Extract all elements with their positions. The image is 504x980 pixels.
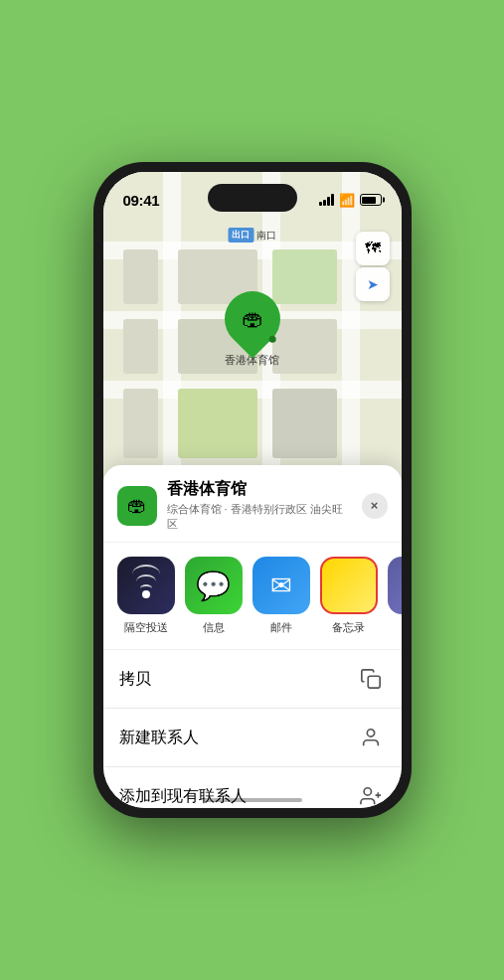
venue-pin-icon: 🏟 — [242, 306, 263, 332]
more-icon-wrap — [388, 557, 402, 614]
add-contact-label: 添加到现有联系人 — [119, 786, 247, 807]
mail-label: 邮件 — [270, 620, 292, 635]
airdrop-icon-wrap — [117, 557, 175, 614]
copy-icon — [356, 664, 386, 694]
svg-point-1 — [367, 730, 374, 736]
message-share-item[interactable]: 💬 信息 — [185, 557, 243, 635]
message-icon-wrap: 💬 — [185, 557, 243, 614]
battery-icon — [360, 194, 382, 206]
venue-subtitle: 综合体育馆 · 香港特别行政区 油尖旺区 — [167, 502, 352, 532]
home-indicator — [203, 798, 302, 802]
person-icon — [356, 723, 386, 752]
dynamic-island — [208, 184, 297, 212]
wifi-icon: 📶 — [339, 193, 355, 208]
venue-name: 香港体育馆 — [167, 479, 352, 500]
mail-share-item[interactable]: ✉ 邮件 — [252, 557, 310, 635]
action-list: 拷贝 新建联系人 — [103, 650, 402, 808]
svg-point-2 — [364, 788, 371, 795]
map-controls: 🗺 ➤ — [356, 232, 390, 301]
notes-share-item[interactable]: 备忘录 — [320, 557, 378, 635]
location-arrow-icon: ➤ — [367, 276, 379, 292]
new-contact-label: 新建联系人 — [119, 728, 199, 748]
copy-action[interactable]: 拷贝 — [103, 650, 402, 709]
more-share-item[interactable]: 提 — [388, 557, 402, 635]
notes-label: 备忘录 — [332, 620, 365, 635]
exit-name: 南口 — [256, 229, 276, 243]
mail-icon-wrap: ✉ — [252, 557, 310, 614]
exit-tag: 出口 — [228, 228, 253, 243]
location-pin: 🏟 香港体育馆 — [225, 291, 280, 368]
map-area[interactable]: 出口 南口 🗺 ➤ 🏟 香港体育馆 — [103, 172, 402, 490]
person-add-icon — [356, 781, 386, 808]
signal-bars-icon — [319, 194, 334, 206]
pin-circle: 🏟 — [213, 279, 291, 358]
status-icons: 📶 — [319, 193, 382, 208]
map-icon: 🗺 — [365, 240, 381, 257]
share-row: 隔空投送 💬 信息 ✉ 邮件 — [103, 543, 402, 650]
phone-frame: 09:41 📶 — [93, 162, 412, 818]
notes-icon-wrap — [320, 557, 378, 614]
message-label: 信息 — [203, 620, 225, 635]
mail-icon: ✉ — [270, 571, 292, 601]
new-contact-action[interactable]: 新建联系人 — [103, 709, 402, 767]
venue-info: 香港体育馆 综合体育馆 · 香港特别行政区 油尖旺区 — [167, 479, 352, 532]
notes-icon — [341, 566, 357, 605]
map-type-button[interactable]: 🗺 — [356, 232, 390, 265]
airdrop-icon — [131, 571, 161, 600]
location-button[interactable]: ➤ — [356, 267, 390, 301]
status-time: 09:41 — [123, 192, 160, 209]
svg-rect-0 — [368, 676, 380, 688]
bottom-sheet: 🏟 香港体育馆 综合体育馆 · 香港特别行政区 油尖旺区 × — [103, 465, 402, 808]
map-exit-label: 出口 南口 — [228, 228, 276, 243]
venue-icon-emoji: 🏟 — [127, 494, 147, 517]
phone-screen: 09:41 📶 — [103, 172, 402, 808]
venue-icon: 🏟 — [117, 486, 157, 526]
sheet-header: 🏟 香港体育馆 综合体育馆 · 香港特别行政区 油尖旺区 × — [103, 465, 402, 543]
message-icon: 💬 — [196, 570, 231, 602]
airdrop-share-item[interactable]: 隔空投送 — [117, 557, 175, 635]
close-button[interactable]: × — [362, 493, 388, 519]
airdrop-label: 隔空投送 — [124, 620, 168, 635]
copy-label: 拷贝 — [119, 669, 151, 690]
